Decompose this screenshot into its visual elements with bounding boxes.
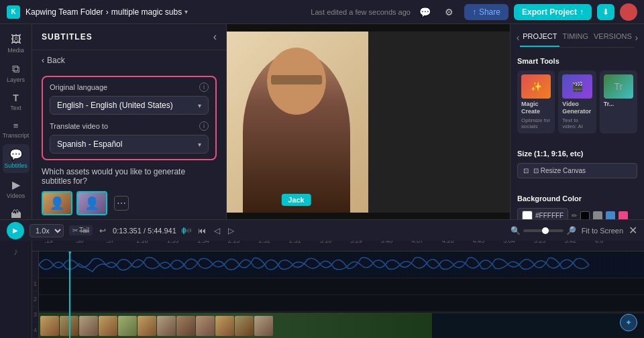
sidebar-item-transcript[interactable]: ≡ Transcript xyxy=(3,117,30,143)
playhead xyxy=(69,251,70,338)
edit-status: Last edited a few seconds ago xyxy=(311,8,411,16)
sidebar-item-images[interactable]: 🏔 Images xyxy=(3,205,30,219)
color-hex-display[interactable]: #FFFFFF xyxy=(517,208,568,219)
fit-to-screen-button[interactable]: Fit to Screen xyxy=(582,227,623,235)
asset-thumb-1[interactable]: 👤 xyxy=(42,191,72,215)
play-button[interactable]: ▶ xyxy=(7,222,24,239)
video-frame: Jack WHAT'S GOING ON Grace xyxy=(227,32,510,213)
sidebar-item-subtitles[interactable]: 💬 Subtitles xyxy=(3,144,30,173)
row-2: 2 xyxy=(32,292,38,307)
magic-create-label: Magic Create xyxy=(521,101,551,115)
video-generator-thumb: 🎬 xyxy=(562,74,592,99)
track-left-panel: ♪ xyxy=(0,241,32,338)
undo-button[interactable]: ↩ xyxy=(98,225,107,237)
asset-add-button[interactable]: ⋯ xyxy=(114,196,129,211)
share-button[interactable]: ↑ Share xyxy=(464,4,508,20)
dropdown-arrow-icon[interactable]: ▾ xyxy=(184,8,188,15)
resize-canvas-button[interactable]: ⊡ ⊡ Resize Canvas xyxy=(517,163,637,178)
row-4: 4 xyxy=(32,323,38,338)
color-swatch-pink[interactable] xyxy=(619,211,628,219)
panel-header: SUBTITLES ‹ xyxy=(32,24,226,50)
tracks-container: :19 :38 :57 1:16 1:35 1:54 2:13 2:32 2:5… xyxy=(32,241,644,338)
main-content: 🖼 Media ⧉ Layers T Text ≡ Transcript 💬 S… xyxy=(0,24,644,219)
frame-back-button[interactable]: ◁ xyxy=(213,225,221,237)
magic-create-card[interactable]: ✨ Magic Create Optimize for socials xyxy=(517,70,555,133)
images-icon: 🏔 xyxy=(11,209,21,219)
back-arrow-icon: ‹ xyxy=(42,56,44,65)
zoom-in-button[interactable]: 🔎 xyxy=(566,226,576,235)
translate-info-icon[interactable]: i xyxy=(199,121,209,131)
language-settings-box: Original language i English - English (U… xyxy=(42,76,217,160)
original-language-label: Original language i xyxy=(50,82,209,92)
tab-timing[interactable]: TIMING xyxy=(559,27,591,47)
topbar-actions: Last edited a few seconds ago 💬 ⚙ ↑ Shar… xyxy=(311,3,637,21)
track-content xyxy=(39,251,644,338)
zoom-out-button[interactable]: 🔍 xyxy=(511,226,521,235)
cut-button[interactable]: ✂ Tail xyxy=(69,225,93,235)
row-numbers: 1 2 3 4 xyxy=(32,251,39,338)
color-swatch-gray[interactable] xyxy=(593,211,602,219)
video-track-segment xyxy=(39,313,432,338)
ai-sparkle-button[interactable]: ✦ xyxy=(620,314,637,331)
right-tabs: PROJECT TIMING VERSIONS xyxy=(520,27,635,48)
video-generator-label: Video Generator xyxy=(562,101,592,115)
video-generator-card[interactable]: 🎬 Video Generator Text to video: AI xyxy=(558,70,596,133)
track-row-1 xyxy=(39,278,644,295)
skip-back-button[interactable]: ⏮ xyxy=(197,225,207,237)
app-logo: K xyxy=(7,5,20,19)
videos-icon: ▶ xyxy=(12,178,20,191)
original-language-info-icon[interactable]: i xyxy=(199,82,209,92)
audio-track xyxy=(39,251,644,278)
tab-next-button[interactable]: › xyxy=(635,31,639,44)
asset-thumb-2[interactable]: 👤 xyxy=(76,191,107,215)
row-1: 1 xyxy=(32,276,38,292)
row-3: 3 xyxy=(32,307,38,323)
music-icon: ♪ xyxy=(11,243,21,260)
text-icon: T xyxy=(13,93,19,103)
zoom-slider[interactable] xyxy=(523,229,564,232)
panel-back-button[interactable]: ‹ Back xyxy=(32,50,226,70)
download-button[interactable]: ⬇ xyxy=(597,4,614,20)
frame-forward-button[interactable]: ▷ xyxy=(227,225,235,237)
pencil-icon[interactable]: ✏ xyxy=(572,212,577,219)
tab-project[interactable]: PROJECT xyxy=(520,27,559,47)
left-sidebar: 🖼 Media ⧉ Layers T Text ≡ Transcript 💬 S… xyxy=(0,24,32,219)
original-language-select[interactable]: English - English (United States) ▾ xyxy=(50,96,209,115)
sidebar-item-media[interactable]: 🖼 Media xyxy=(3,30,30,58)
track-rows: 1 2 3 4 xyxy=(32,251,644,338)
color-row: #FFFFFF ✏ xyxy=(517,208,637,219)
color-swatch-blue[interactable] xyxy=(606,211,615,219)
speaker-left-label: Jack xyxy=(281,194,311,206)
smart-tools-title: Smart Tools xyxy=(517,57,637,65)
waveform-icon xyxy=(182,227,191,234)
assets-label: Which assets would you like to generate … xyxy=(42,167,217,186)
panel-close-button[interactable]: ‹ xyxy=(213,31,217,43)
timeline-close-button[interactable]: ✕ xyxy=(629,224,637,237)
media-icon: 🖼 xyxy=(11,34,21,46)
settings-icon-btn[interactable]: ⚙ xyxy=(440,3,459,21)
smart-tools-section: Smart Tools ✨ Magic Create Optimize for … xyxy=(511,50,644,137)
share-icon: ↑ xyxy=(472,7,476,17)
tab-versions[interactable]: VERSIONS xyxy=(591,27,635,47)
panel-section-languages: Original language i English - English (U… xyxy=(32,70,226,219)
sidebar-item-videos[interactable]: ▶ Videos xyxy=(3,174,30,203)
size-label: Size (1:1, 9:16, etc) xyxy=(517,150,637,158)
export-button[interactable]: Export Project ↑ xyxy=(514,4,592,20)
timeline-tracks-area: ♪ :19 :38 :57 1:16 1:35 1:54 2:13 2:32 2… xyxy=(0,241,644,338)
translate-select-arrow-icon: ▾ xyxy=(198,141,201,148)
transcript-card[interactable]: Tr Tr... xyxy=(600,70,637,133)
color-swatch-white xyxy=(522,211,533,219)
translate-select[interactable]: Spanish - Español ▾ xyxy=(50,135,209,154)
color-swatch-black[interactable] xyxy=(580,211,590,219)
transcript-icon: ≡ xyxy=(13,121,19,131)
assets-row: 👤 👤 ⋯ xyxy=(42,191,217,215)
chat-icon-btn[interactable]: 💬 xyxy=(416,3,435,21)
bg-color-title: Background Color xyxy=(517,194,637,203)
user-avatar[interactable] xyxy=(620,3,637,21)
sidebar-item-text[interactable]: T Text xyxy=(3,89,30,115)
topbar: K Kapwing Team Folder › multiple magic s… xyxy=(0,0,644,24)
sidebar-item-layers[interactable]: ⧉ Layers xyxy=(3,59,30,87)
video-track xyxy=(39,313,644,338)
video-area: Jack WHAT'S GOING ON Grace xyxy=(227,24,510,219)
speed-select[interactable]: 1.0x 0.5x 1.5x 2.0x xyxy=(30,224,64,237)
